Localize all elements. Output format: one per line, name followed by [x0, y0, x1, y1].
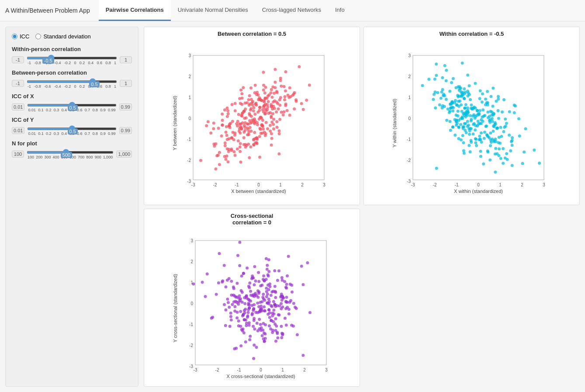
svg-point-654 [301, 354, 305, 357]
svg-point-182 [232, 138, 235, 141]
svg-point-238 [272, 123, 275, 126]
svg-point-644 [256, 302, 259, 305]
tab-univariate-normal-densities[interactable]: Univariate Normal Densities [171, 0, 255, 21]
svg-point-760 [239, 344, 242, 347]
icc-y-slider-section: ICC of Y 0.01 0.5 0.010.10.20.30.40.50.6… [12, 117, 132, 136]
svg-point-296 [260, 117, 263, 120]
within-x-axis-label: X within (standardized) [454, 189, 503, 194]
svg-point-150 [252, 109, 255, 112]
svg-point-312 [275, 100, 278, 103]
svg-point-504 [502, 147, 505, 150]
svg-point-808 [272, 309, 275, 312]
svg-text:-2: -2 [433, 182, 436, 187]
svg-point-897 [249, 334, 252, 337]
svg-point-857 [281, 306, 284, 309]
svg-point-557 [448, 120, 451, 123]
svg-point-283 [278, 98, 281, 101]
svg-point-844 [267, 258, 270, 261]
svg-point-298 [223, 141, 226, 144]
svg-point-141 [269, 130, 272, 133]
svg-text:-3: -3 [191, 182, 195, 187]
svg-text:2: 2 [303, 368, 306, 372]
svg-point-457 [455, 103, 458, 107]
svg-point-465 [501, 110, 504, 113]
between-person-slider[interactable] [27, 80, 117, 83]
svg-point-746 [262, 274, 265, 277]
svg-point-721 [249, 290, 252, 293]
svg-point-769 [227, 277, 230, 280]
svg-point-892 [252, 307, 255, 310]
svg-point-245 [206, 120, 209, 123]
svg-point-899 [250, 313, 253, 316]
svg-point-210 [298, 65, 301, 68]
svg-point-923 [277, 313, 280, 316]
svg-point-522 [448, 89, 451, 93]
chart-within-svg: Y within (standardized) X within (standa… [391, 51, 553, 191]
svg-point-860 [237, 303, 240, 306]
svg-point-561 [433, 78, 436, 81]
radio-icc[interactable]: ICC [12, 33, 29, 40]
svg-point-116 [248, 94, 251, 97]
svg-point-415 [464, 115, 467, 118]
svg-point-585 [492, 125, 495, 128]
svg-point-559 [499, 157, 502, 160]
tab-info[interactable]: Info [328, 0, 352, 21]
between-value-bubble: 0.5 [89, 81, 99, 87]
svg-point-35 [270, 143, 273, 146]
svg-point-424 [439, 96, 442, 100]
svg-point-165 [238, 145, 241, 148]
svg-point-681 [287, 312, 290, 315]
svg-point-25 [272, 118, 275, 121]
svg-point-250 [248, 126, 251, 129]
svg-point-289 [228, 123, 231, 126]
svg-point-918 [284, 323, 287, 327]
within-person-slider[interactable] [27, 57, 117, 59]
svg-point-498 [488, 158, 492, 162]
svg-point-919 [267, 313, 270, 316]
svg-point-481 [504, 117, 507, 120]
svg-point-332 [451, 77, 454, 80]
svg-point-613 [461, 93, 464, 96]
svg-point-551 [494, 171, 497, 174]
svg-point-269 [253, 84, 256, 87]
n-plot-min-label: 100 [12, 151, 24, 158]
svg-point-881 [258, 318, 261, 321]
svg-point-431 [443, 94, 446, 97]
svg-text:1: 1 [281, 368, 284, 372]
svg-point-177 [220, 134, 223, 138]
radio-sd[interactable]: Standard deviation [35, 33, 90, 40]
svg-point-601 [490, 113, 493, 117]
svg-point-683 [246, 266, 249, 269]
svg-point-235 [244, 143, 247, 146]
icc-y-max-label: 0.99 [119, 127, 132, 134]
svg-point-303 [249, 86, 253, 89]
svg-point-870 [248, 286, 251, 289]
svg-point-84 [288, 86, 291, 89]
svg-point-686 [253, 283, 256, 286]
svg-point-122 [217, 127, 220, 130]
svg-point-31 [248, 156, 251, 159]
svg-point-920 [274, 296, 277, 299]
n-plot-max-label: 1,000 [116, 151, 132, 158]
svg-point-871 [253, 303, 256, 306]
tab-pairwise-correlations[interactable]: Pairwise Correlations [99, 0, 171, 21]
svg-text:2: 2 [521, 182, 523, 187]
icc-y-min-label: 0.01 [12, 127, 24, 134]
svg-point-239 [266, 127, 269, 130]
n-plot-value-bubble: 500 [61, 152, 72, 158]
svg-point-540 [478, 138, 481, 141]
navbar: A Within/Between Problem App Pairwise Co… [0, 0, 585, 21]
svg-point-492 [497, 95, 500, 98]
tab-cross-lagged-networks[interactable]: Cross-lagged Networks [255, 0, 328, 21]
svg-point-148 [278, 118, 281, 121]
svg-point-206 [278, 103, 281, 107]
svg-text:-2: -2 [187, 158, 191, 163]
svg-point-494 [480, 141, 483, 144]
svg-point-147 [273, 80, 277, 83]
svg-point-213 [273, 68, 277, 71]
svg-point-715 [274, 340, 277, 343]
svg-point-605 [491, 120, 494, 123]
svg-point-609 [467, 84, 471, 87]
svg-point-437 [474, 82, 477, 85]
svg-point-252 [294, 100, 298, 103]
